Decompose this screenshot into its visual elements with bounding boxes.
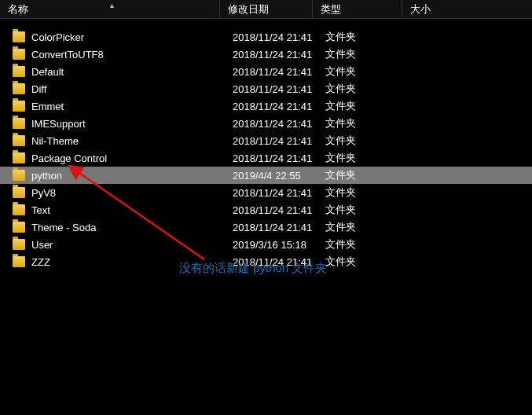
- cell-type: 文件夹: [325, 151, 415, 165]
- table-row[interactable]: Default2018/11/24 21:41文件夹: [0, 63, 532, 80]
- column-header-type-label: 类型: [321, 2, 341, 17]
- column-header-date[interactable]: 修改日期: [220, 0, 313, 18]
- folder-icon: [13, 118, 25, 129]
- table-row[interactable]: Nil-Theme2018/11/24 21:41文件夹: [0, 132, 532, 149]
- cell-name: IMESupport: [31, 118, 233, 130]
- cell-type: 文件夹: [325, 116, 415, 130]
- cell-name: ConvertToUTF8: [31, 49, 233, 61]
- table-row[interactable]: PyV82018/11/24 21:41文件夹: [0, 184, 532, 201]
- folder-icon: [13, 31, 25, 42]
- column-header-name-label: 名称: [8, 2, 28, 17]
- folder-icon: [13, 256, 25, 267]
- folder-icon: [13, 222, 25, 233]
- table-row[interactable]: Diff2018/11/24 21:41文件夹: [0, 80, 532, 97]
- cell-type: 文件夹: [325, 134, 415, 148]
- sort-ascending-icon: ▲: [108, 2, 116, 9]
- cell-date: 2018/11/24 21:41: [233, 222, 325, 233]
- cell-type: 文件夹: [325, 255, 415, 269]
- cell-type: 文件夹: [325, 203, 415, 217]
- cell-name: Emmet: [31, 101, 233, 112]
- table-row[interactable]: Text2018/11/24 21:41文件夹: [0, 201, 532, 219]
- cell-type: 文件夹: [325, 30, 415, 44]
- cell-date: 2018/11/24 21:41: [233, 135, 325, 147]
- cell-name: User: [31, 239, 233, 251]
- cell-date: 2018/11/24 21:41: [233, 31, 325, 43]
- cell-name: Diff: [31, 83, 233, 95]
- cell-type: 文件夹: [325, 99, 415, 113]
- cell-name: Text: [31, 204, 233, 216]
- cell-date: 2018/11/24 21:41: [233, 152, 325, 164]
- table-row[interactable]: ConvertToUTF82018/11/24 21:41文件夹: [0, 46, 532, 63]
- column-header-size-label: 大小: [410, 2, 431, 17]
- cell-name: PyV8: [31, 187, 233, 199]
- cell-type: 文件夹: [325, 47, 415, 61]
- cell-name: Package Control: [31, 152, 233, 164]
- cell-date: 2019/3/16 15:18: [233, 239, 325, 251]
- folder-icon: [13, 135, 25, 146]
- cell-type: 文件夹: [325, 220, 415, 234]
- cell-type: 文件夹: [325, 185, 415, 200]
- cell-name: python: [31, 170, 233, 182]
- column-header-date-label: 修改日期: [228, 2, 269, 17]
- cell-type: 文件夹: [325, 168, 415, 182]
- table-row[interactable]: ColorPicker2018/11/24 21:41文件夹: [0, 28, 532, 46]
- table-row[interactable]: Package Control2018/11/24 21:41文件夹: [0, 149, 532, 167]
- cell-date: 2018/11/24 21:41: [233, 101, 325, 112]
- table-row[interactable]: Emmet2018/11/24 21:41文件夹: [0, 97, 532, 115]
- cell-name: Nil-Theme: [31, 135, 233, 147]
- cell-date: 2018/11/24 21:41: [233, 49, 325, 61]
- cell-name: Default: [31, 66, 233, 78]
- table-row[interactable]: Theme - Soda2018/11/24 21:41文件夹: [0, 219, 532, 236]
- folder-icon: [13, 187, 25, 198]
- cell-date: 2018/11/24 21:41: [233, 204, 325, 216]
- annotation-text: 没有的话新建 python 文件夹: [179, 261, 327, 276]
- column-header-row: 名称 修改日期 类型 大小 ▲: [0, 0, 532, 19]
- cell-type: 文件夹: [325, 64, 415, 79]
- folder-icon: [13, 239, 25, 250]
- folder-icon: [13, 83, 25, 94]
- folder-icon: [13, 101, 25, 112]
- file-list: 名称 修改日期 类型 大小 ▲ ColorPicker2018/11/24 21…: [0, 0, 532, 270]
- column-header-type[interactable]: 类型: [313, 0, 402, 18]
- folder-icon: [13, 152, 25, 163]
- table-row[interactable]: python2019/4/4 22:55文件夹: [0, 167, 532, 184]
- cell-date: 2018/11/24 21:41: [233, 118, 325, 130]
- folder-icon: [13, 49, 25, 60]
- cell-name: ColorPicker: [31, 31, 233, 43]
- cell-name: Theme - Soda: [31, 222, 233, 233]
- cell-date: 2018/11/24 21:41: [233, 66, 325, 78]
- cell-type: 文件夹: [325, 82, 415, 96]
- column-header-size[interactable]: 大小: [402, 0, 481, 18]
- cell-date: 2018/11/24 21:41: [233, 83, 325, 95]
- file-rows: ColorPicker2018/11/24 21:41文件夹ConvertToU…: [0, 19, 532, 270]
- table-row[interactable]: IMESupport2018/11/24 21:41文件夹: [0, 115, 532, 132]
- table-row[interactable]: User2019/3/16 15:18文件夹: [0, 236, 532, 253]
- cell-date: 2018/11/24 21:41: [233, 187, 325, 199]
- cell-type: 文件夹: [325, 237, 415, 252]
- cell-date: 2019/4/4 22:55: [233, 170, 325, 182]
- folder-icon: [13, 204, 25, 215]
- folder-icon: [13, 66, 25, 77]
- folder-icon: [13, 170, 25, 181]
